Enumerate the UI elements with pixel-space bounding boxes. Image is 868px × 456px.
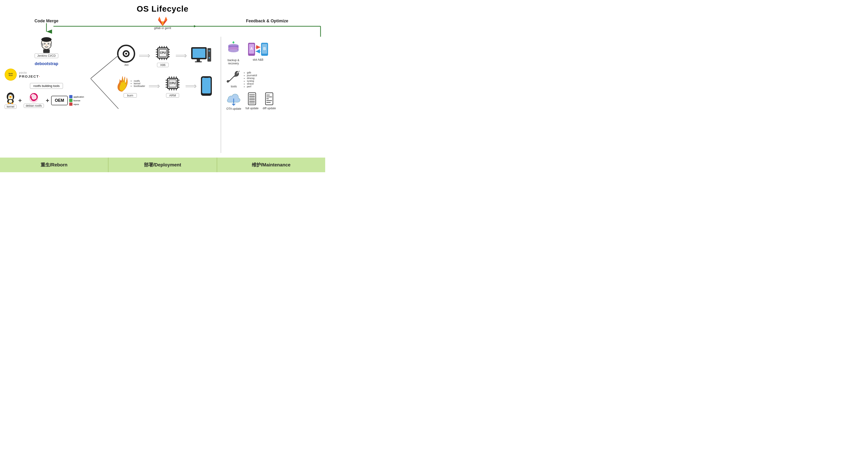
jenkins-label: Jenkins CI/CD [35,53,58,58]
svg-line-28 [91,79,119,109]
slot-ab-icon: A B [248,41,269,57]
section-divider [221,37,221,153]
section-reborn: Jenkins CI/CD debootstrap BuildRoot yoct… [5,37,91,153]
plus-2: + [46,97,49,104]
svg-rect-79 [204,77,209,78]
yocto-logo: yocto PROJECT· [19,71,40,78]
svg-line-27 [91,55,119,79]
bottom-reborn-en: Reborn [51,162,67,167]
svg-point-10 [48,44,49,44]
deploy-lower-row: rootfs kernel bootloader burn ⟹ [115,74,213,97]
cpu-arm-icon: CPU [163,74,182,93]
svg-rect-56 [208,51,210,51]
svg-rect-24 [8,103,9,104]
debootstrap-text: debootstrap [5,61,88,66]
svg-text:CPU: CPU [160,51,165,54]
backup-icon [226,41,241,58]
svg-rect-54 [195,61,202,62]
phone-icon [200,76,213,96]
oem-section: OEM application license repos [51,95,84,106]
gitlab-icon [157,16,168,27]
oem-file-license: license [69,99,84,102]
iso-label: .iso [124,63,128,66]
ota-block: OTA update [226,92,241,110]
computer-icon [190,46,211,65]
maintain-row-1: backup & recovery A [226,41,320,65]
main-content: Jenkins CI/CD debootstrap BuildRoot yoct… [0,37,325,153]
burn-files-list: rootfs kernel bootloader [130,80,145,87]
full-update-label: full update [246,107,258,110]
svg-rect-55 [208,48,211,62]
arm-block: CPU ARM [163,74,182,97]
burn-block: rootfs kernel bootloader burn [115,74,145,97]
kernel-label: kernel [5,105,17,109]
kernel-block: kernel [5,92,17,109]
backup-block: backup & recovery [226,41,241,65]
phone-block [200,76,213,96]
deploy-upper-row: .iso ⟹ [117,44,211,67]
diff-update-icon [265,92,274,106]
burn-label: burn [124,93,136,97]
tux-icon [5,92,16,104]
arrow-burn-to-arm: ⟹ [148,82,160,90]
oem-files: application license repos [69,95,84,106]
svg-text:CPU: CPU [169,82,175,85]
diff-update-label: diff update [263,107,276,110]
buildroot-logo: BuildRoot [5,68,17,81]
svg-point-23 [9,100,12,103]
bottom-bar: 重生/Reborn 部署/Deployment 维护/Maintenance [0,158,325,172]
svg-text:Code Merge: Code Merge [34,19,58,23]
arrow-x86-to-computer: ⟹ [175,51,187,59]
backup-label: backup & recovery [228,59,240,65]
bottom-maintain: 维护/Maintenance [217,158,325,172]
svg-point-20 [11,95,12,96]
gitlab-block: gitlab or gerrit [154,16,171,30]
arrow-iso-to-x86: ⟹ [139,51,150,59]
computer-block [190,46,211,65]
svg-point-11 [46,45,47,46]
arrow-arm-to-phone: ⟹ [185,82,197,90]
plus-1: + [18,97,22,104]
section-deploy: .iso ⟹ [91,37,219,153]
page-container: OS Lifecycle Code Merge Feedback & Optim… [0,0,325,172]
maintain-row-3: OTA update full update [226,92,320,110]
svg-rect-52 [192,49,205,58]
rootfs-tools-box: rootfs building tools [30,83,63,89]
fire-icon [115,74,129,93]
svg-point-19 [9,95,9,96]
tools-block: tools [226,69,241,88]
svg-point-21 [9,96,11,97]
svg-point-6 [41,37,52,42]
bottom-deploy-en: Deployment [155,162,181,167]
build-tools-row: BuildRoot yocto PROJECT· [5,68,88,81]
jenkins-icon [39,37,54,53]
bottom-reborn: 重生/Reborn [0,158,108,172]
bottom-deploy: 部署/Deployment [108,158,217,172]
ota-label: OTA update [226,107,241,110]
diff-update-block: diff update [263,92,276,110]
debian-icon [29,93,39,103]
gitlab-label: gitlab or gerrit [154,27,171,30]
bottom-reborn-zh: 重生 [41,162,50,167]
oem-box: OEM [51,96,68,105]
svg-point-9 [44,44,45,44]
iso-block: .iso [117,45,135,66]
tools-list: gdb journalctl dmesg syslog strace perf [244,71,257,88]
maintain-row-2: tools gdb journalctl dmesg syslog strace… [226,69,320,88]
bottom-maintain-en: Maintenance [262,162,290,167]
iso-disc-icon [117,45,135,63]
slot-ab-label: slot A&B [253,58,264,61]
slot-ab-block: A B [248,41,269,61]
svg-point-83 [228,47,239,50]
svg-rect-53 [197,59,200,61]
full-update-block: full update [246,92,258,110]
page-title: OS Lifecycle [0,0,325,16]
bottom-deploy-zh: 部署 [144,162,153,167]
svg-text:Feedback & Optimize: Feedback & Optimize [246,19,288,23]
x86-label: X86 [157,63,168,67]
svg-rect-13 [41,43,43,46]
arm-label: ARM [166,93,179,97]
full-update-icon [247,92,257,106]
tools-label: tools [231,85,237,88]
tools-icon [226,69,241,84]
